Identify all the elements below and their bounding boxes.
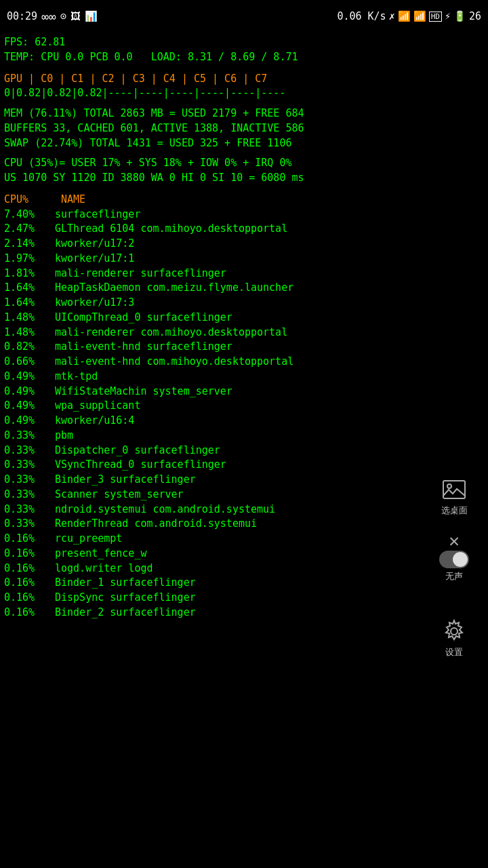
proc-pct: 2.47%: [4, 222, 55, 237]
hd-icon: HD: [429, 12, 442, 22]
proc-name: mali-renderer com.mihoyo.desktopportal: [55, 326, 287, 340]
status-left: 00:29 ∞∞ ⊙ 🖼 📊: [7, 9, 98, 24]
proc-pct: 0.16%: [4, 576, 55, 591]
proc-pct: 1.97%: [4, 252, 55, 267]
battery-icon: 🔋: [453, 10, 466, 22]
proc-pct: 1.48%: [4, 311, 55, 326]
table-row: 0.16%present_fence_w: [4, 547, 484, 561]
proc-pct: 0.49%: [4, 384, 55, 399]
table-row: 0.49%wpa_supplicant: [4, 399, 484, 414]
wallpaper-icon: [439, 475, 469, 505]
proc-pct: 0.16%: [4, 606, 55, 620]
gpu-data-text: 0|0.82|0.82|0.82|----|----|----|----|---…: [4, 87, 285, 99]
table-row: 1.81%mali-renderer surfaceflinger: [4, 267, 484, 281]
cpu-section: CPU (35%)= USER 17% + SYS 18% + IOW 0% +…: [4, 156, 484, 186]
proc-name: rcu_preempt: [55, 532, 122, 547]
wallpaper-label: 选桌面: [441, 505, 468, 517]
proc-name: mali-event-hnd surfaceflinger: [55, 340, 232, 355]
proc-name: Dispatcher_0 surfaceflinger: [55, 443, 220, 458]
proc-name: VSyncThread_0 surfaceflinger: [55, 458, 226, 473]
proc-pct: 0.33%: [4, 502, 55, 517]
proc-name: Binder_1 surfaceflinger: [55, 576, 196, 591]
proc-pct: 0.49%: [4, 399, 55, 414]
table-row: 1.48%mali-renderer com.mihoyo.desktoppor…: [4, 326, 484, 340]
temp-label: TEMP: CPU 0.0 PCB 0.0 LOAD: 8.31 / 8.69 …: [4, 51, 298, 63]
time: 00:29: [7, 10, 37, 22]
proc-pct: 0.66%: [4, 355, 55, 370]
proc-cpu-pct-header: CPU%: [4, 193, 55, 208]
table-row: 0.49%mtk-tpd: [4, 370, 484, 384]
table-row: 2.47%GLThread 6104 com.mihoyo.desktoppor…: [4, 222, 484, 237]
table-row: 0.33%ndroid.systemui com.android.systemu…: [4, 502, 484, 517]
proc-name: Binder_3 surfaceflinger: [55, 473, 196, 488]
table-row: 0.33%pbm: [4, 429, 484, 443]
proc-name: RenderThread com.android.systemui: [55, 517, 257, 532]
table-row: 0.16%logd.writer logd: [4, 561, 484, 576]
settings-button[interactable]: 设置: [439, 616, 469, 658]
proc-name: GLThread 6104 com.mihoyo.desktopportal: [55, 222, 287, 237]
table-row: 7.40%surfaceflinger: [4, 208, 484, 222]
proc-pct: 1.81%: [4, 267, 55, 281]
proc-name: DispSync surfaceflinger: [55, 591, 196, 606]
sidebar-panel: 选桌面 ✕ 无声 设置: [420, 475, 488, 658]
pulse-icon: 📊: [85, 10, 98, 22]
proc-name: logd.writer logd: [55, 561, 153, 576]
mute-icon: ✕: [449, 530, 460, 551]
settings-icon: [439, 616, 469, 646]
cpu-line1: CPU (35%)= USER 17% + SYS 18% + IOW 0% +…: [4, 156, 484, 171]
table-row: 1.48%UICompThread_0 surfaceflinger: [4, 311, 484, 326]
proc-name: mtk-tpd: [55, 370, 98, 384]
table-row: 0.33%Scanner system_server: [4, 488, 484, 502]
proc-name: WifiStateMachin system_server: [55, 384, 232, 399]
table-row: 0.49%kworker/u16:4: [4, 414, 484, 429]
process-list: 7.40%surfaceflinger2.47%GLThread 6104 co…: [4, 208, 484, 620]
table-row: 0.33%RenderThread com.android.systemui: [4, 517, 484, 532]
svg-rect-0: [443, 481, 465, 498]
proc-pct: 0.82%: [4, 340, 55, 355]
battery-level: 26: [469, 10, 481, 22]
main-content: FPS: 62.81 TEMP: CPU 0.0 PCB 0.0 LOAD: 8…: [0, 33, 488, 620]
fps-line: FPS: 62.81: [4, 35, 484, 50]
proc-pct: 0.33%: [4, 488, 55, 502]
table-row: 1.64%kworker/u17:3: [4, 296, 484, 311]
table-row: 0.33%VSyncThread_0 surfaceflinger: [4, 458, 484, 473]
proc-pct: 0.33%: [4, 443, 55, 458]
gpu-data-line: 0|0.82|0.82|0.82|----|----|----|----|---…: [4, 86, 484, 101]
table-row: 0.16%Binder_2 surfaceflinger: [4, 606, 484, 620]
mem-line3: SWAP (22.74%) TOTAL 1431 = USED 325 + FR…: [4, 136, 484, 151]
proc-name: kworker/u17:2: [55, 237, 134, 252]
mem-section: MEM (76.11%) TOTAL 2863 MB = USED 2179 +…: [4, 106, 484, 151]
proc-name: kworker/u17:3: [55, 296, 134, 311]
proc-name: ndroid.systemui com.android.systemui: [55, 502, 275, 517]
proc-name-header: NAME: [61, 193, 85, 205]
proc-pct: 0.33%: [4, 473, 55, 488]
table-row: 0.82%mali-event-hnd surfaceflinger: [4, 340, 484, 355]
mute-toggle[interactable]: ✕ 无声: [439, 530, 469, 583]
wifi-icon: 📶: [398, 10, 411, 22]
table-row: 0.33%Binder_3 surfaceflinger: [4, 473, 484, 488]
wallpaper-button[interactable]: 选桌面: [439, 475, 469, 517]
proc-name: kworker/u17:1: [55, 252, 134, 267]
svg-point-2: [451, 628, 458, 635]
infinity-icon: ∞∞: [41, 9, 56, 24]
mem-line2: BUFFERS 33, CACHED 601, ACTIVE 1388, INA…: [4, 121, 484, 136]
fps-value: 62.81: [35, 36, 65, 48]
table-row: 0.16%DispSync surfaceflinger: [4, 591, 484, 606]
svg-point-1: [447, 484, 451, 488]
table-row: 0.16%rcu_preempt: [4, 532, 484, 547]
proc-pct: 0.16%: [4, 591, 55, 606]
table-row: 1.64%HeapTaskDaemon com.meizu.flyme.laun…: [4, 281, 484, 296]
fps-label: FPS:: [4, 36, 35, 48]
proc-pct: 1.64%: [4, 296, 55, 311]
proc-name: pbm: [55, 429, 73, 443]
table-row: 1.97%kworker/u17:1: [4, 252, 484, 267]
mute-pill[interactable]: [439, 551, 469, 568]
table-row: 0.16%Binder_1 surfaceflinger: [4, 576, 484, 591]
proc-name: Binder_2 surfaceflinger: [55, 606, 196, 620]
temp-line: TEMP: CPU 0.0 PCB 0.0 LOAD: 8.31 / 8.69 …: [4, 50, 484, 65]
proc-pct: 2.14%: [4, 237, 55, 252]
vpn-icon: ⊙: [60, 10, 66, 22]
proc-pct: 0.49%: [4, 414, 55, 429]
proc-pct: 1.64%: [4, 281, 55, 296]
gpu-header-line: GPU | C0 | C1 | C2 | C3 | C4 | C5 | C6 |…: [4, 72, 484, 87]
